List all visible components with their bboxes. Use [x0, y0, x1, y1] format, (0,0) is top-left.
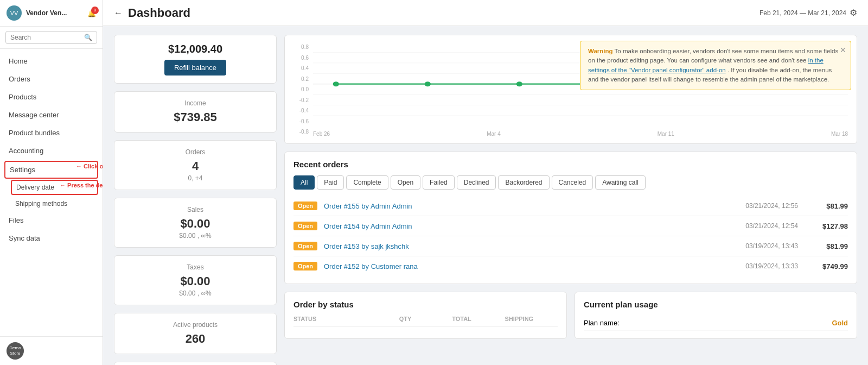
tab-all[interactable]: All	[293, 175, 315, 190]
x-label-mar11: Mar 11	[658, 131, 674, 137]
y-label-04: 0.4	[293, 65, 309, 71]
sidebar-item-sync-data[interactable]: Sync data	[0, 229, 103, 247]
warning-title: Warning	[588, 48, 613, 54]
warning-close-button[interactable]: ✕	[840, 45, 846, 56]
col-qty: QTY	[399, 316, 452, 322]
order-153-date: 03/19/2024, 13:43	[727, 242, 798, 250]
balance-amount: $12,009.40	[123, 43, 267, 55]
orders-sub: 0, +4	[123, 174, 267, 182]
order-153-status: Open	[293, 242, 317, 250]
current-plan-card: Current plan usage Plan name: Gold	[575, 292, 857, 339]
sidebar-item-files[interactable]: Files	[0, 211, 103, 229]
plan-name-row: Plan name: Gold	[584, 316, 848, 331]
tab-open[interactable]: Open	[391, 175, 420, 190]
order-row-153: Open Order #153 by sajk jkshchk 03/19/20…	[293, 236, 848, 256]
sidebar-item-home[interactable]: Home	[0, 52, 103, 70]
tab-paid[interactable]: Paid	[317, 175, 344, 190]
order-152-name[interactable]: Order #152 by Customer rana	[324, 262, 721, 270]
order-status-table-header: STATUS QTY TOTAL SHIPPING	[293, 316, 558, 327]
tab-backordered[interactable]: Backordered	[498, 175, 549, 190]
sidebar-item-product-bundles[interactable]: Product bundles	[0, 124, 103, 142]
balance-card: $12,009.40 Refill balance	[114, 35, 277, 84]
tab-canceled[interactable]: Canceled	[552, 175, 593, 190]
refill-balance-button[interactable]: Refill balance	[164, 60, 226, 75]
sidebar-nav: Home Orders Products Message center Prod…	[0, 49, 103, 336]
tab-failed[interactable]: Failed	[423, 175, 455, 190]
vendor-name: Vendor Ven...	[26, 9, 83, 17]
order-154-name[interactable]: Order #154 by Admin Admin	[324, 222, 721, 230]
chart-x-axis: Feb 26 Mar 4 Mar 11 Mar 18	[313, 129, 848, 137]
order-row-152: Open Order #152 by Customer rana 03/19/2…	[293, 256, 848, 276]
topbar-left: ← Dashboard	[114, 6, 190, 20]
y-label-06: 0.6	[293, 55, 309, 61]
order-tabs: All Paid Complete Open Failed Declined B…	[293, 175, 848, 190]
income-value: $739.85	[123, 110, 267, 124]
page-title: Dashboard	[128, 6, 190, 20]
sidebar-header: VV Vendor Ven... 🔔 8	[0, 0, 103, 27]
order-by-status-card: Order by status STATUS QTY TOTAL SHIPPIN…	[284, 292, 567, 339]
warning-banner: ✕ Warning To make onboarding easier, ven…	[580, 41, 851, 90]
order-153-name[interactable]: Order #153 by sajk jkshchk	[324, 242, 721, 250]
y-label-00: 0.0	[293, 86, 309, 92]
sidebar-item-settings[interactable]: Settings	[4, 161, 98, 179]
settings-icon[interactable]: ⚙	[850, 8, 857, 18]
sidebar-item-products[interactable]: Products	[0, 88, 103, 106]
sidebar-item-shipping-methods[interactable]: Shipping methods	[0, 196, 103, 211]
sidebar-item-delivery-date[interactable]: Delivery date	[11, 180, 98, 195]
y-label-n04: -0.4	[293, 108, 309, 114]
taxes-label: Taxes	[123, 263, 267, 271]
bottom-row: Order by status STATUS QTY TOTAL SHIPPIN…	[284, 292, 857, 339]
notification-bell[interactable]: 🔔 8	[87, 9, 96, 17]
demo-store-badge: Demo Store	[7, 342, 24, 360]
svg-point-7	[333, 81, 339, 86]
tab-awaiting-call[interactable]: Awaiting call	[595, 175, 645, 190]
sidebar-item-message-center[interactable]: Message center	[0, 106, 103, 124]
col-total: TOTAL	[452, 316, 505, 322]
sales-value: $0.00	[123, 217, 267, 231]
taxes-sub: $0.00 , ∞%	[123, 290, 267, 297]
order-152-status: Open	[293, 262, 317, 270]
orders-list: Open Order #155 by Admin Admin 03/21/202…	[293, 196, 848, 276]
col-status: STATUS	[293, 316, 399, 322]
sidebar: VV Vendor Ven... 🔔 8 🔍 Home Orders Produ…	[0, 0, 103, 365]
recent-orders-card: Recent orders All Paid Complete Open Fai…	[284, 152, 857, 284]
left-column: $12,009.40 Refill balance Income $739.85…	[114, 35, 277, 365]
order-154-date: 03/21/2024, 12:54	[727, 222, 798, 230]
plan-name-value: Gold	[832, 319, 848, 327]
order-155-status: Open	[293, 202, 317, 210]
sidebar-item-accounting[interactable]: Accounting	[0, 142, 103, 160]
chart-card: 0.8 0.6 0.4 0.2 0.0 -0.2 -0.4 -0.6 -0.8	[284, 35, 857, 144]
order-row-154: Open Order #154 by Admin Admin 03/21/202…	[293, 216, 848, 236]
topbar-right: Feb 21, 2024 — Mar 21, 2024 ⚙	[760, 8, 857, 18]
search-input[interactable]	[10, 34, 84, 41]
order-155-amount: $81.99	[805, 202, 848, 210]
order-153-amount: $81.99	[805, 242, 848, 250]
income-card: Income $739.85	[114, 91, 277, 133]
tab-declined[interactable]: Declined	[457, 175, 496, 190]
orders-value: 4	[123, 159, 267, 173]
sales-sub: $0.00 , ∞%	[123, 232, 267, 240]
y-label-02: 0.2	[293, 76, 309, 82]
order-155-name[interactable]: Order #155 by Admin Admin	[324, 202, 721, 210]
svg-point-8	[425, 81, 431, 86]
sales-card: Sales $0.00 $0.00 , ∞%	[114, 198, 277, 248]
active-products-label: Active products	[123, 321, 267, 329]
search-wrapper[interactable]: 🔍	[5, 31, 97, 44]
orders-label: Orders	[123, 148, 267, 156]
x-label-mar18: Mar 18	[831, 131, 848, 137]
order-154-status: Open	[293, 222, 317, 230]
orders-card: Orders 4 0, +4	[114, 140, 277, 190]
active-products-value: 260	[123, 332, 267, 346]
order-152-amount: $749.99	[805, 262, 848, 270]
back-arrow-icon[interactable]: ←	[114, 8, 123, 18]
tab-complete[interactable]: Complete	[346, 175, 388, 190]
right-column: 0.8 0.6 0.4 0.2 0.0 -0.2 -0.4 -0.6 -0.8	[284, 35, 857, 365]
y-label-08: 0.8	[293, 44, 309, 50]
main-content: ← Dashboard Feb 21, 2024 — Mar 21, 2024 …	[103, 0, 868, 365]
recent-orders-title: Recent orders	[293, 160, 848, 169]
y-label-n02: -0.2	[293, 97, 309, 103]
notification-badge: 8	[91, 7, 99, 14]
chart-y-axis: 0.8 0.6 0.4 0.2 0.0 -0.2 -0.4 -0.6 -0.8	[293, 42, 309, 137]
x-label-feb26: Feb 26	[313, 131, 330, 137]
sidebar-item-orders[interactable]: Orders	[0, 70, 103, 88]
